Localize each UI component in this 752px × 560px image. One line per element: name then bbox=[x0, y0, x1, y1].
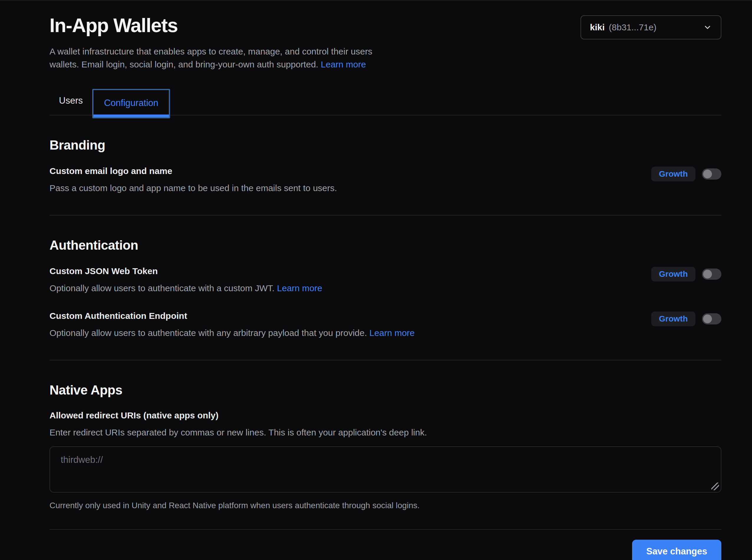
toggle-knob bbox=[703, 315, 712, 323]
project-selector-dropdown[interactable]: kiki (8b31...71e) bbox=[580, 15, 721, 39]
branding-heading: Branding bbox=[50, 138, 721, 153]
redirect-uris-textarea-wrap bbox=[50, 446, 721, 493]
setting-description: Pass a custom logo and app name to be us… bbox=[50, 182, 337, 194]
divider bbox=[50, 529, 721, 530]
growth-plan-badge[interactable]: Growth bbox=[651, 167, 695, 181]
authentication-heading: Authentication bbox=[50, 238, 721, 253]
custom-jwt-toggle[interactable] bbox=[702, 268, 721, 280]
setting-row-custom-jwt: Custom JSON Web Token Optionally allow u… bbox=[50, 266, 721, 295]
page-header: In-App Wallets A wallet infrastructure t… bbox=[50, 15, 721, 71]
growth-plan-badge[interactable]: Growth bbox=[651, 267, 695, 281]
page-title: In-App Wallets bbox=[50, 15, 385, 36]
setting-text: Custom JSON Web Token Optionally allow u… bbox=[50, 266, 322, 295]
growth-plan-badge[interactable]: Growth bbox=[651, 312, 695, 326]
setting-controls: Growth bbox=[651, 311, 721, 326]
header-learn-more-link[interactable]: Learn more bbox=[321, 59, 366, 69]
section-branding: Branding Custom email logo and name Pass… bbox=[50, 115, 721, 194]
custom-email-logo-toggle[interactable] bbox=[702, 168, 721, 180]
redirect-uris-helper: Currently only used in Unity and React N… bbox=[50, 501, 721, 510]
redirect-uris-field: Allowed redirect URIs (native apps only)… bbox=[50, 411, 721, 510]
section-authentication: Authentication Custom JSON Web Token Opt… bbox=[50, 216, 721, 339]
project-id: (8b31...71e) bbox=[609, 22, 657, 33]
setting-description-text: Optionally allow users to authenticate w… bbox=[50, 283, 275, 293]
footer: Save changes bbox=[50, 540, 721, 560]
setting-label: Custom Authentication Endpoint bbox=[50, 311, 414, 321]
setting-controls: Growth bbox=[651, 266, 721, 281]
save-changes-button[interactable]: Save changes bbox=[632, 540, 721, 560]
tab-configuration[interactable]: Configuration bbox=[92, 89, 170, 118]
setting-text: Custom email logo and name Pass a custom… bbox=[50, 166, 337, 194]
setting-label: Custom JSON Web Token bbox=[50, 266, 322, 276]
auth-endpoint-learn-more-link[interactable]: Learn more bbox=[369, 328, 414, 338]
chevron-down-icon bbox=[703, 23, 712, 32]
jwt-learn-more-link[interactable]: Learn more bbox=[277, 283, 322, 293]
setting-controls: Growth bbox=[651, 166, 721, 181]
setting-text: Custom Authentication Endpoint Optionall… bbox=[50, 311, 414, 339]
setting-row-custom-email-logo: Custom email logo and name Pass a custom… bbox=[50, 166, 721, 194]
in-app-wallets-page: In-App Wallets A wallet infrastructure t… bbox=[0, 1, 752, 560]
setting-description: Optionally allow users to authenticate w… bbox=[50, 327, 414, 339]
toggle-knob bbox=[703, 169, 712, 178]
tab-users[interactable]: Users bbox=[50, 88, 92, 113]
toggle-knob bbox=[703, 270, 712, 279]
redirect-uris-input[interactable] bbox=[50, 446, 721, 493]
setting-description-text: Optionally allow users to authenticate w… bbox=[50, 328, 367, 338]
setting-row-custom-auth-endpoint: Custom Authentication Endpoint Optionall… bbox=[50, 311, 721, 339]
page-description: A wallet infrastructure that enables app… bbox=[50, 45, 385, 71]
project-name: kiki bbox=[590, 22, 605, 33]
tab-list: Users Configuration bbox=[50, 88, 721, 115]
page-header-text: In-App Wallets A wallet infrastructure t… bbox=[50, 15, 385, 71]
redirect-uris-description: Enter redirect URIs separated by commas … bbox=[50, 426, 721, 439]
native-apps-heading: Native Apps bbox=[50, 383, 721, 398]
setting-label: Custom email logo and name bbox=[50, 166, 337, 176]
section-native-apps: Native Apps Allowed redirect URIs (nativ… bbox=[50, 360, 721, 510]
redirect-uris-label: Allowed redirect URIs (native apps only) bbox=[50, 411, 721, 420]
custom-auth-endpoint-toggle[interactable] bbox=[702, 313, 721, 324]
setting-description: Optionally allow users to authenticate w… bbox=[50, 282, 322, 295]
